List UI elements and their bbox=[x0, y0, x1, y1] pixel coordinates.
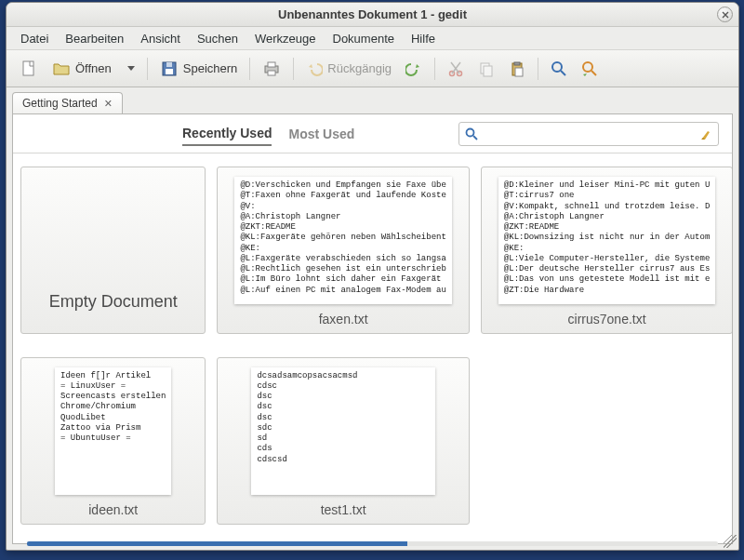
tab-most-used[interactable]: Most Used bbox=[288, 123, 354, 145]
menu-docs[interactable]: Dokumente bbox=[325, 29, 403, 48]
content-area: Recently Used Most Used Empty Document @… bbox=[12, 113, 733, 544]
documents-grid: Empty Document @D:Verschicken und Empfan… bbox=[13, 153, 732, 543]
chevron-down-icon bbox=[127, 66, 135, 71]
tab-recently-used[interactable]: Recently Used bbox=[182, 122, 272, 146]
find-replace-icon bbox=[581, 60, 598, 77]
menu-file[interactable]: Datei bbox=[12, 29, 57, 48]
document-tabbar: Getting Started ✕ bbox=[7, 87, 738, 113]
card-preview: @D:Verschicken und Empfangen sie Faxe üb… bbox=[234, 177, 451, 304]
svg-rect-5 bbox=[268, 62, 275, 67]
card-title: Empty Document bbox=[27, 287, 199, 316]
broom-icon[interactable] bbox=[699, 127, 712, 140]
card-preview bbox=[38, 177, 188, 285]
card-preview: dcsadsamcopsacsacmsd cdsc dsc dsc dsc sd… bbox=[251, 367, 434, 495]
redo-button[interactable] bbox=[400, 55, 428, 83]
svg-rect-6 bbox=[268, 71, 275, 75]
paste-button[interactable] bbox=[503, 55, 531, 83]
menu-edit[interactable]: Bearbeiten bbox=[57, 29, 132, 48]
separator bbox=[147, 58, 148, 80]
floppy-icon bbox=[160, 60, 179, 78]
svg-point-14 bbox=[552, 62, 562, 72]
window-title: Unbenanntes Dokument 1 - gedit bbox=[278, 7, 467, 21]
card-faxen[interactable]: @D:Verschicken und Empfangen sie Faxe üb… bbox=[217, 167, 469, 334]
save-label: Speichern bbox=[183, 61, 238, 75]
svg-rect-2 bbox=[166, 69, 173, 74]
close-button[interactable] bbox=[717, 7, 733, 22]
undo-button[interactable]: Rückgängig bbox=[300, 55, 397, 83]
printer-icon bbox=[262, 60, 281, 78]
open-label: Öffnen bbox=[75, 61, 112, 75]
resize-grip[interactable] bbox=[724, 535, 737, 548]
separator bbox=[434, 58, 435, 80]
dashboard-header: Recently Used Most Used bbox=[13, 114, 732, 153]
card-empty-document[interactable]: Empty Document bbox=[20, 167, 206, 334]
titlebar: Unbenanntes Dokument 1 - gedit bbox=[7, 3, 738, 27]
find-replace-button[interactable] bbox=[576, 55, 604, 83]
undo-label: Rückgängig bbox=[327, 61, 392, 75]
open-dropdown[interactable] bbox=[120, 55, 140, 83]
progressbar bbox=[27, 541, 718, 546]
new-document-button[interactable] bbox=[14, 55, 44, 83]
folder-open-icon bbox=[52, 60, 71, 78]
menu-search[interactable]: Suchen bbox=[189, 29, 246, 48]
card-title: ideen.txt bbox=[27, 497, 199, 522]
svg-rect-0 bbox=[23, 61, 33, 75]
progressbar-fill bbox=[27, 541, 407, 546]
toolbar: Öffnen Speichern Rückgängig bbox=[7, 50, 738, 87]
app-window: Unbenanntes Dokument 1 - gedit Datei Bea… bbox=[6, 2, 739, 551]
search-box[interactable] bbox=[458, 122, 719, 146]
svg-rect-3 bbox=[166, 62, 172, 67]
svg-point-16 bbox=[467, 128, 474, 136]
print-button[interactable] bbox=[257, 55, 286, 83]
undo-icon bbox=[306, 60, 323, 77]
save-button[interactable]: Speichern bbox=[154, 55, 244, 83]
separator bbox=[538, 58, 538, 80]
card-cirrus7one[interactable]: @D:Kleiner und leiser Mini-PC mit guten … bbox=[481, 167, 732, 334]
close-icon bbox=[722, 11, 729, 19]
card-title: test1.txt bbox=[223, 497, 462, 522]
svg-rect-10 bbox=[484, 66, 492, 76]
search-icon bbox=[465, 127, 478, 140]
redo-icon bbox=[405, 60, 422, 77]
tab-label: Getting Started bbox=[22, 97, 98, 110]
tab-getting-started[interactable]: Getting Started ✕ bbox=[12, 92, 123, 113]
card-title: cirrus7one.txt bbox=[487, 306, 726, 331]
paste-icon bbox=[509, 60, 525, 77]
separator bbox=[249, 58, 250, 80]
search-icon bbox=[551, 60, 567, 77]
card-ideen[interactable]: Ideen f[]r Artikel = LinuxUser = Screenc… bbox=[20, 357, 206, 525]
tab-close-button[interactable]: ✕ bbox=[104, 98, 113, 110]
copy-icon bbox=[478, 60, 495, 77]
menubar: Datei Bearbeiten Ansicht Suchen Werkzeug… bbox=[7, 27, 738, 50]
separator bbox=[293, 58, 294, 80]
menu-view[interactable]: Ansicht bbox=[132, 29, 189, 48]
cut-button[interactable] bbox=[442, 55, 470, 83]
menu-tools[interactable]: Werkzeuge bbox=[246, 29, 325, 48]
find-button[interactable] bbox=[545, 55, 573, 83]
copy-button[interactable] bbox=[472, 55, 500, 83]
open-button[interactable]: Öffnen bbox=[46, 55, 117, 83]
svg-rect-13 bbox=[515, 68, 523, 76]
svg-point-15 bbox=[583, 62, 592, 72]
card-title: faxen.txt bbox=[223, 306, 462, 331]
svg-rect-12 bbox=[514, 62, 520, 65]
card-preview: @D:Kleiner und leiser Mini-PC mit guten … bbox=[498, 177, 715, 304]
scissors-icon bbox=[447, 60, 464, 77]
document-new-icon bbox=[20, 60, 38, 78]
card-test1[interactable]: dcsadsamcopsacsacmsd cdsc dsc dsc dsc sd… bbox=[217, 357, 469, 525]
menu-help[interactable]: Hilfe bbox=[403, 29, 444, 48]
search-input[interactable] bbox=[484, 127, 694, 140]
card-preview: Ideen f[]r Artikel = LinuxUser = Screenc… bbox=[55, 367, 171, 495]
